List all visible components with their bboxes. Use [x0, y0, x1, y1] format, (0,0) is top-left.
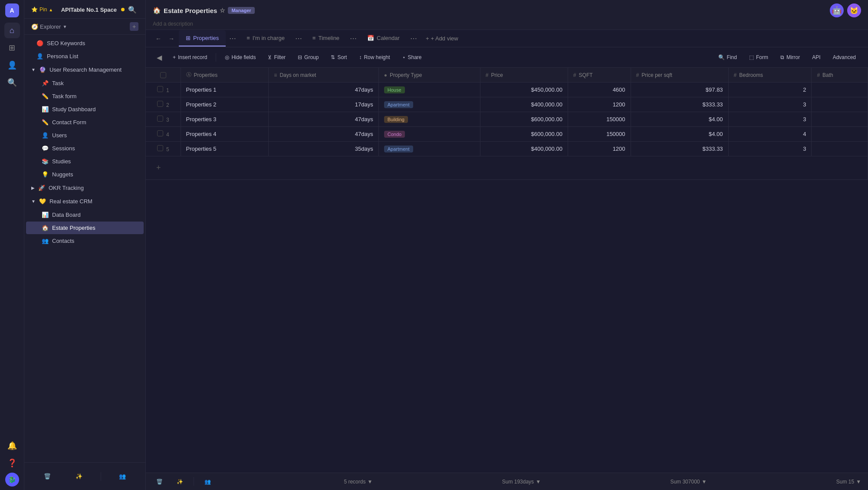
- row-properties[interactable]: Properties 3: [181, 112, 269, 127]
- tab-properties-more[interactable]: ⋯: [226, 30, 240, 47]
- table-row[interactable]: 2 Properties 2 17days Apartment $400,000…: [146, 97, 868, 112]
- sum-sqft[interactable]: Sum 307000 ▼: [670, 479, 707, 485]
- user-avatar[interactable]: A: [5, 3, 19, 17]
- group-button[interactable]: ⊟ Group: [293, 52, 324, 63]
- records-count[interactable]: 5 records ▼: [344, 479, 372, 485]
- th-checkbox[interactable]: [146, 68, 181, 83]
- sidebar-item-persona-list[interactable]: 👤 Persona List: [26, 50, 144, 63]
- sidebar-group-crm[interactable]: ▼ 💛 Real estate CRM: [24, 195, 145, 208]
- row-checkbox[interactable]: [157, 145, 163, 151]
- th-price[interactable]: # Price: [480, 68, 568, 83]
- th-sqft[interactable]: # SQFT: [568, 68, 631, 83]
- row-properties[interactable]: Properties 1: [181, 83, 269, 97]
- sidebar-item-contacts[interactable]: 👥 Contacts: [26, 235, 144, 247]
- share-button[interactable]: ⋆ Share: [397, 52, 427, 63]
- filter-button[interactable]: ⊻ Filter: [263, 52, 291, 63]
- sidebar-group-user-research[interactable]: ▼ 🔮 User Research Management: [24, 63, 145, 76]
- table-container[interactable]: Ⓐ Properties ≡ Days on market ● Pr: [146, 68, 868, 473]
- sidebar-item-nuggets[interactable]: 💡 Nuggets: [26, 168, 144, 181]
- add-explorer-button[interactable]: +: [130, 22, 138, 31]
- sort-button[interactable]: ⇅ Sort: [326, 52, 352, 63]
- forward-arrow[interactable]: →: [166, 33, 177, 44]
- row-height-button[interactable]: ↕ Row height: [354, 52, 395, 63]
- form-button[interactable]: ⬚ Form: [744, 52, 773, 63]
- table-row[interactable]: 3 Properties 3 47days Building $600,000.…: [146, 112, 868, 127]
- sidebar-item-task-form[interactable]: ✏️ Task form: [26, 90, 144, 103]
- share-users-bottom-button[interactable]: 👥: [201, 477, 214, 487]
- insert-record-button[interactable]: + Insert record: [168, 52, 212, 63]
- tab-im-in-charge[interactable]: ≡ I'm in charge: [240, 30, 292, 46]
- tab-timeline-more[interactable]: ⋯: [346, 30, 360, 47]
- contacts-icon: 👥: [42, 238, 49, 244]
- th-bedrooms[interactable]: # Bedrooms: [728, 68, 812, 83]
- trash-button[interactable]: 🗑️: [37, 470, 58, 483]
- search-button[interactable]: 🔍: [126, 3, 138, 16]
- magic-button[interactable]: ✨: [69, 470, 89, 483]
- tab-charge-more[interactable]: ⋯: [292, 30, 306, 47]
- sidebar-item-estate-properties[interactable]: 🏠 Estate Properties: [26, 222, 144, 234]
- row-num-cell: 4: [146, 127, 181, 142]
- row-checkbox[interactable]: [157, 116, 163, 122]
- tab-calendar[interactable]: 📅 Calendar: [360, 30, 407, 46]
- sidebar-item-contact-form[interactable]: ✏️ Contact Form: [26, 116, 144, 129]
- help-icon[interactable]: ❓: [4, 455, 20, 471]
- row-price: $600,000.00: [480, 112, 568, 127]
- tab-timeline[interactable]: ≡ Timeline: [306, 30, 346, 46]
- th-price-per-sqft[interactable]: # Price per sqft: [631, 68, 728, 83]
- row-number: 4: [166, 132, 169, 138]
- table-row[interactable]: 5 Properties 5 35days Apartment $400,000…: [146, 142, 868, 156]
- sidebar-item-studies[interactable]: 📚 Studies: [26, 155, 144, 168]
- add-row-cell[interactable]: +: [146, 156, 868, 180]
- share-users-button[interactable]: 👥: [112, 470, 133, 483]
- table-row[interactable]: 4 Properties 4 47days Condo $600,000.00 …: [146, 127, 868, 142]
- add-view-button[interactable]: + + Add view: [421, 31, 464, 46]
- back-arrow[interactable]: ←: [153, 33, 164, 44]
- sidebar-item-task[interactable]: 📌 Task: [26, 77, 144, 89]
- star-favorite-icon[interactable]: ☆: [220, 7, 225, 14]
- row-properties[interactable]: Properties 4: [181, 127, 269, 142]
- api-button[interactable]: API: [807, 52, 825, 63]
- th-baths[interactable]: # Bath: [812, 68, 868, 83]
- row-checkbox[interactable]: [157, 130, 163, 136]
- table-row[interactable]: 1 Properties 1 47days House $450,000.00 …: [146, 83, 868, 97]
- magic-bottom-button[interactable]: ✨: [173, 477, 187, 487]
- select-all-checkbox[interactable]: [160, 72, 166, 78]
- sidebar-item-seo-keywords[interactable]: 🔴 SEO Keywords: [26, 37, 144, 50]
- tab-calendar-more[interactable]: ⋯: [407, 30, 421, 47]
- sum-days[interactable]: Sum 193days ▼: [502, 479, 541, 485]
- sidebar-item-data-board[interactable]: 📊 Data Board: [26, 209, 144, 221]
- mirror-button[interactable]: ⧉ Mirror: [775, 52, 805, 63]
- sidebar-item-users[interactable]: 👤 Users: [26, 129, 144, 142]
- add-row[interactable]: +: [146, 156, 868, 180]
- sum-bedrooms[interactable]: Sum 15 ▼: [836, 479, 861, 485]
- row-checkbox[interactable]: [157, 86, 163, 92]
- sidebar-group-okr[interactable]: ▶ 🚀 OKR Tracking: [24, 181, 145, 195]
- manager-badge[interactable]: Manager: [228, 7, 254, 14]
- advanced-button[interactable]: Advanced: [828, 52, 861, 63]
- row-checkbox[interactable]: [157, 101, 163, 107]
- row-properties[interactable]: Properties 5: [181, 142, 269, 156]
- tab-properties-icon: ⊞: [186, 35, 191, 41]
- pin-button[interactable]: ⭐ Pin ▲: [31, 7, 53, 13]
- grid-icon[interactable]: ⊞: [4, 40, 20, 56]
- hide-fields-button[interactable]: ◎ Hide fields: [220, 52, 261, 63]
- th-days-on-market[interactable]: ≡ Days on market: [269, 68, 378, 83]
- sidebar-item-study-dashboard[interactable]: 📊 Study Dashboard: [26, 103, 144, 116]
- row-bedrooms: 3: [728, 97, 812, 112]
- header-description[interactable]: Add a description: [153, 21, 193, 30]
- home-icon[interactable]: ⌂: [4, 23, 20, 38]
- th-property-type[interactable]: ● Property Type: [378, 68, 480, 83]
- search-icon[interactable]: 🔍: [4, 75, 20, 90]
- workspace-title: APITable No.1 Space: [61, 7, 117, 13]
- explorer-label[interactable]: 🧭 Explorer ▼: [31, 23, 67, 30]
- sidebar-item-sessions[interactable]: 💬 Sessions: [26, 142, 144, 155]
- trash-bottom-button[interactable]: 🗑️: [153, 477, 166, 487]
- th-properties[interactable]: Ⓐ Properties: [181, 68, 269, 83]
- row-baths: [812, 112, 868, 127]
- users-icon[interactable]: 👤: [4, 57, 20, 73]
- find-button[interactable]: 🔍 Find: [713, 52, 742, 63]
- tab-properties[interactable]: ⊞ Properties: [179, 30, 226, 46]
- row-properties[interactable]: Properties 2: [181, 97, 269, 112]
- collapse-sidebar-button[interactable]: ◀: [153, 51, 166, 64]
- notification-icon[interactable]: 🔔: [4, 438, 20, 454]
